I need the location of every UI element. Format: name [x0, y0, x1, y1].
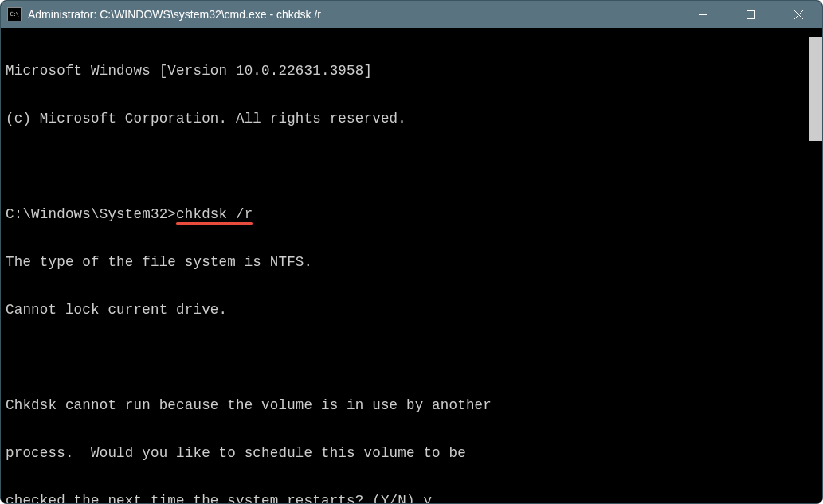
vertical-scrollbar[interactable] — [809, 28, 822, 503]
prompt-line: C:\Windows\System32>chkdsk /r — [6, 206, 817, 222]
maximize-button[interactable] — [727, 1, 774, 28]
user-input-y: y — [423, 493, 432, 503]
terminal-output: Microsoft Windows [Version 10.0.22631.39… — [6, 31, 817, 503]
svg-rect-1 — [747, 10, 754, 18]
output-line: Microsoft Windows [Version 10.0.22631.39… — [6, 63, 817, 79]
output-blank — [6, 158, 817, 174]
confirm-prompt-text: checked the next time the system restart… — [6, 493, 423, 503]
titlebar[interactable]: C:\ Administrator: C:\WINDOWS\system32\c… — [1, 1, 822, 28]
output-line: process. Would you like to schedule this… — [6, 445, 817, 461]
window-controls — [679, 1, 822, 28]
minimize-button[interactable] — [679, 1, 727, 28]
output-line: (c) Microsoft Corporation. All rights re… — [6, 111, 817, 127]
minimize-icon — [699, 10, 707, 19]
cmd-window: C:\ Administrator: C:\WINDOWS\system32\c… — [0, 0, 823, 504]
prompt-path: C:\Windows\System32> — [6, 206, 176, 222]
window-title: Administrator: C:\WINDOWS\system32\cmd.e… — [28, 8, 679, 21]
output-blank — [6, 350, 817, 365]
typed-command: chkdsk /r — [176, 206, 253, 222]
cmd-icon: C:\ — [7, 7, 22, 21]
output-line: Chkdsk cannot run because the volume is … — [6, 397, 817, 413]
maximize-icon — [747, 10, 755, 19]
terminal-body[interactable]: Microsoft Windows [Version 10.0.22631.39… — [1, 28, 822, 503]
prompt-confirm-line: checked the next time the system restart… — [6, 493, 817, 503]
scrollbar-thumb[interactable] — [809, 37, 822, 141]
output-line: The type of the file system is NTFS. — [6, 254, 817, 270]
close-icon — [794, 10, 803, 19]
close-button[interactable] — [774, 1, 822, 28]
output-line: Cannot lock current drive. — [6, 302, 817, 318]
